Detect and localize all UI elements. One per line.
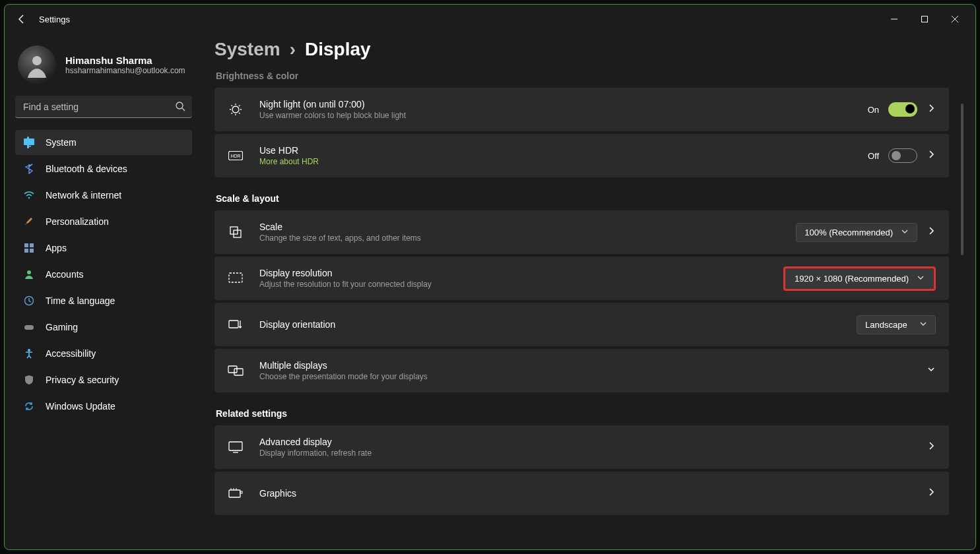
nightlight-toggle[interactable] [888, 102, 917, 117]
row-multiple-displays[interactable]: Multiple displays Choose the presentatio… [214, 349, 949, 392]
orientation-dropdown[interactable]: Landscape [857, 315, 936, 334]
hdr-more-link[interactable]: More about HDR [259, 157, 319, 166]
nav-item-update[interactable]: Windows Update [15, 394, 192, 419]
chevron-right-icon [927, 487, 936, 499]
back-button[interactable] [16, 14, 27, 24]
gamepad-icon [23, 321, 35, 333]
svg-line-21 [232, 106, 233, 107]
scrollbar[interactable] [961, 104, 964, 255]
nav-label: Windows Update [46, 401, 115, 412]
clock-icon [23, 295, 35, 307]
hdr-toggle[interactable] [888, 148, 917, 163]
orientation-icon [228, 319, 244, 330]
row-night-light[interactable]: Night light (on until 07:00) Use warmer … [214, 88, 949, 131]
row-scale[interactable]: Scale Change the size of text, apps, and… [214, 210, 949, 254]
nav-item-accessibility[interactable]: Accessibility [15, 341, 192, 366]
row-subtitle: Use warmer colors to help block blue lig… [259, 111, 406, 120]
nav-label: Apps [46, 243, 67, 253]
nightlight-icon [228, 103, 244, 116]
row-subtitle: Display information, refresh rate [259, 448, 372, 458]
nav-item-time[interactable]: Time & language [15, 288, 192, 313]
svg-point-16 [232, 106, 239, 113]
row-subtitle: Adjust the resolution to fit your connec… [259, 280, 432, 289]
breadcrumb-parent[interactable]: System [214, 39, 280, 60]
profile-block[interactable]: Himanshu Sharma hssharmahimanshu@outlook… [15, 42, 192, 96]
svg-rect-10 [24, 249, 28, 253]
settings-window: Settings Himanshu Sharma hssharmahiman [4, 4, 976, 550]
search-input[interactable] [15, 96, 192, 118]
scale-dropdown[interactable]: 100% (Recommended) [796, 223, 917, 242]
dropdown-value: 1920 × 1080 (Recommended) [795, 274, 909, 284]
row-subtitle: Choose the presentation mode for your di… [259, 372, 428, 381]
nav-label: Personalization [46, 216, 109, 227]
svg-rect-9 [30, 243, 34, 247]
close-button[interactable] [940, 9, 970, 30]
nav-item-privacy[interactable]: Privacy & security [15, 367, 192, 392]
row-title: Advanced display [259, 437, 372, 447]
row-hdr[interactable]: HDR Use HDR More about HDR Off [214, 134, 949, 177]
nav-item-personalization[interactable]: Personalization [15, 209, 192, 234]
section-related-header: Related settings [216, 408, 949, 419]
nav-list: System Bluetooth & devices Network & int… [15, 130, 192, 419]
nav-label: Gaming [46, 322, 78, 332]
svg-rect-5 [24, 138, 34, 145]
chevron-right-icon [927, 441, 936, 453]
person-icon [23, 268, 35, 280]
nav-label: Privacy & security [46, 375, 119, 385]
shield-icon [23, 374, 35, 386]
update-icon [23, 400, 35, 412]
row-title: Graphics [259, 488, 296, 499]
minimize-button[interactable] [879, 9, 909, 30]
chevron-down-icon [901, 228, 909, 237]
search-icon [175, 101, 185, 114]
svg-rect-32 [234, 369, 243, 375]
bluetooth-icon [23, 163, 35, 175]
nav-item-gaming[interactable]: Gaming [15, 315, 192, 340]
svg-line-24 [239, 106, 240, 107]
svg-rect-11 [30, 249, 34, 253]
resolution-dropdown[interactable]: 1920 × 1080 (Recommended) [783, 266, 936, 291]
row-graphics[interactable]: Graphics [214, 472, 949, 515]
nav-item-bluetooth[interactable]: Bluetooth & devices [15, 156, 192, 181]
svg-rect-8 [24, 243, 28, 247]
nav-label: Time & language [46, 295, 115, 306]
section-brightness-header: Brightness & color [216, 71, 949, 81]
row-subtitle: Change the size of text, apps, and other… [259, 233, 421, 243]
scale-icon [228, 226, 244, 239]
svg-rect-29 [229, 273, 242, 282]
row-title: Display orientation [259, 319, 335, 330]
dropdown-value: 100% (Recommended) [804, 228, 893, 237]
nav-label: Accounts [46, 269, 84, 280]
chevron-right-icon [927, 150, 936, 162]
chevron-down-icon [927, 365, 936, 377]
nav-item-apps[interactable]: Apps [15, 235, 192, 261]
row-resolution[interactable]: Display resolution Adjust the resolution… [214, 257, 949, 300]
search-box [15, 96, 192, 118]
svg-point-2 [32, 56, 42, 65]
nav-label: Accessibility [46, 348, 96, 359]
svg-rect-1 [922, 16, 928, 22]
row-advanced-display[interactable]: Advanced display Display information, re… [214, 425, 949, 469]
nav-item-network[interactable]: Network & internet [15, 183, 192, 208]
nav-label: Bluetooth & devices [46, 164, 127, 174]
maximize-button[interactable] [909, 9, 940, 30]
toggle-label: On [868, 105, 879, 115]
row-title: Multiple displays [259, 360, 428, 371]
resolution-icon [228, 272, 244, 284]
nav-label: Network & internet [46, 190, 121, 200]
svg-point-15 [28, 349, 30, 352]
chevron-down-icon [917, 274, 925, 284]
avatar [18, 46, 56, 84]
svg-rect-30 [229, 321, 238, 328]
svg-point-12 [27, 270, 31, 274]
row-orientation[interactable]: Display orientation Landscape [214, 303, 949, 346]
chevron-down-icon [919, 320, 927, 330]
nav-item-system[interactable]: System [15, 130, 192, 155]
chevron-right-icon [927, 226, 936, 238]
profile-name: Himanshu Sharma [65, 55, 185, 66]
display-icon [23, 137, 35, 148]
svg-line-4 [182, 108, 185, 111]
svg-line-23 [232, 113, 233, 114]
nav-item-accounts[interactable]: Accounts [15, 262, 192, 287]
profile-email: hssharmahimanshu@outlook.com [65, 66, 185, 75]
